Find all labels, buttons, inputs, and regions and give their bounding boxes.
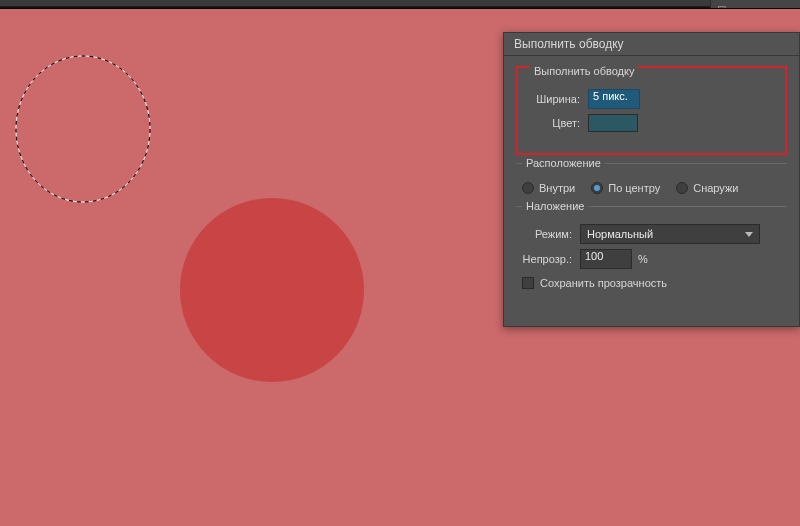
- color-label: Цвет:: [524, 117, 588, 129]
- fieldset-blending: Наложение Режим: Нормальный Непрозр.: 10…: [516, 206, 787, 295]
- mode-label: Режим:: [516, 228, 580, 240]
- fieldset-blending-legend: Наложение: [522, 200, 588, 212]
- svg-point-5: [16, 56, 150, 202]
- color-swatch[interactable]: [588, 114, 638, 132]
- stroke-dialog: Выполнить обводку Выполнить обводку Шири…: [503, 32, 800, 327]
- opacity-label: Непрозр.:: [516, 253, 580, 265]
- radio-inside[interactable]: Внутри: [522, 182, 575, 194]
- fieldset-location-legend: Расположение: [522, 157, 605, 169]
- shape-circle-red: [180, 198, 364, 382]
- checkbox-box-icon: [522, 277, 534, 289]
- radio-inside-label: Внутри: [539, 182, 575, 194]
- dialog-body: Выполнить обводку Ширина: 5 пикс. Цвет: …: [504, 56, 799, 303]
- fieldset-stroke-legend: Выполнить обводку: [530, 65, 638, 77]
- annotation-highlight: Выполнить обводку Ширина: 5 пикс. Цвет:: [516, 66, 787, 155]
- opacity-unit: %: [638, 253, 648, 265]
- fieldset-location: Расположение Внутри По центру Снаружи: [516, 163, 787, 202]
- radio-dot-icon: [676, 182, 688, 194]
- fieldset-stroke: Выполнить обводку Ширина: 5 пикс. Цвет:: [524, 72, 779, 143]
- mode-select-value: Нормальный: [587, 228, 653, 240]
- radio-dot-icon: [522, 182, 534, 194]
- svg-point-4: [16, 56, 150, 202]
- width-input[interactable]: 5 пикс.: [588, 89, 640, 109]
- document-canvas[interactable]: Выполнить обводку Выполнить обводку Шири…: [0, 8, 800, 526]
- selection-marquee: [14, 54, 152, 204]
- preserve-transparency-label: Сохранить прозрачность: [540, 277, 667, 289]
- dialog-title-text: Выполнить обводку: [514, 37, 624, 51]
- radio-outside-label: Снаружи: [693, 182, 738, 194]
- preserve-transparency-checkbox[interactable]: Сохранить прозрачность: [522, 277, 787, 289]
- radio-center-label: По центру: [608, 182, 660, 194]
- opacity-input[interactable]: 100: [580, 249, 632, 269]
- radio-center[interactable]: По центру: [591, 182, 660, 194]
- radio-dot-icon: [591, 182, 603, 194]
- radio-outside[interactable]: Снаружи: [676, 182, 738, 194]
- dialog-titlebar[interactable]: Выполнить обводку: [504, 33, 799, 56]
- app-menubar: [0, 0, 800, 7]
- width-label: Ширина:: [524, 93, 588, 105]
- mode-select[interactable]: Нормальный: [580, 224, 760, 244]
